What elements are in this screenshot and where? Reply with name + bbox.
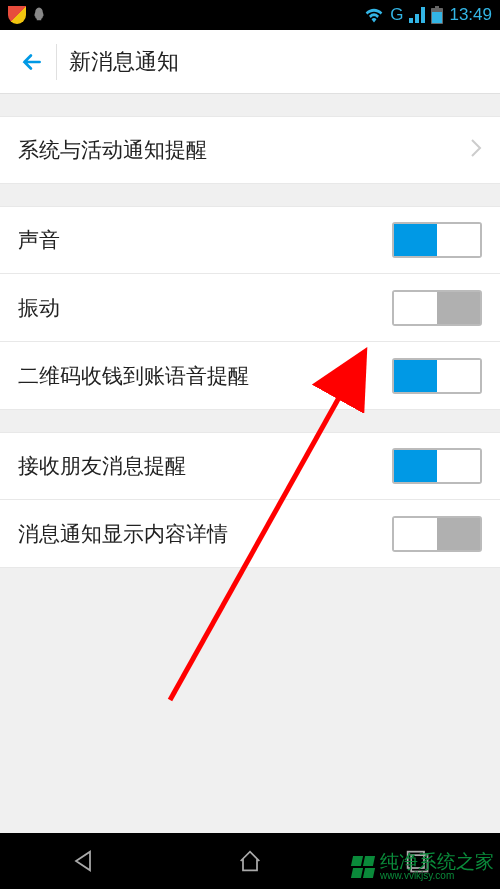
row-vibrate: 振动: [0, 274, 500, 342]
toggle-vibrate[interactable]: [392, 290, 482, 326]
row-label: 二维码收钱到账语音提醒: [18, 362, 249, 390]
toggle-sound[interactable]: [392, 222, 482, 258]
settings-group-3: 接收朋友消息提醒 消息通知显示内容详情: [0, 432, 500, 568]
settings-group-2: 声音 振动 二维码收钱到账语音提醒: [0, 206, 500, 410]
row-friend-msg: 接收朋友消息提醒: [0, 432, 500, 500]
status-bar: G 13:49: [0, 0, 500, 30]
page-title: 新消息通知: [69, 47, 179, 77]
row-qr-voice: 二维码收钱到账语音提醒: [0, 342, 500, 410]
network-label: G: [390, 5, 403, 25]
watermark: 纯净系统之家 www.vvikjsy.com: [352, 852, 494, 881]
toggle-msg-detail[interactable]: [392, 516, 482, 552]
nav-back-button[interactable]: [53, 841, 113, 881]
row-sound: 声音: [0, 206, 500, 274]
watermark-url: www.vvikjsy.com: [380, 871, 494, 881]
status-left: [8, 6, 48, 24]
toggle-qr-voice[interactable]: [392, 358, 482, 394]
header-divider: [56, 44, 57, 80]
row-label: 系统与活动通知提醒: [18, 136, 207, 164]
settings-group-1: 系统与活动通知提醒: [0, 116, 500, 184]
row-msg-detail: 消息通知显示内容详情: [0, 500, 500, 568]
signal-icon: [409, 7, 425, 23]
chevron-right-icon: [470, 138, 482, 163]
watermark-logo-icon: [352, 856, 374, 878]
clock: 13:49: [449, 5, 492, 25]
status-right: G 13:49: [364, 5, 492, 25]
wifi-icon: [364, 7, 384, 23]
row-label: 消息通知显示内容详情: [18, 520, 228, 548]
shield-icon: [8, 6, 26, 24]
row-label: 接收朋友消息提醒: [18, 452, 186, 480]
battery-icon: [431, 6, 443, 24]
row-label: 声音: [18, 226, 60, 254]
nav-home-button[interactable]: [220, 841, 280, 881]
row-system-activity[interactable]: 系统与活动通知提醒: [0, 116, 500, 184]
watermark-text: 纯净系统之家: [380, 852, 494, 871]
toggle-friend-msg[interactable]: [392, 448, 482, 484]
back-button[interactable]: [12, 42, 52, 82]
row-label: 振动: [18, 294, 60, 322]
header: 新消息通知: [0, 30, 500, 94]
penguin-icon: [30, 6, 48, 24]
